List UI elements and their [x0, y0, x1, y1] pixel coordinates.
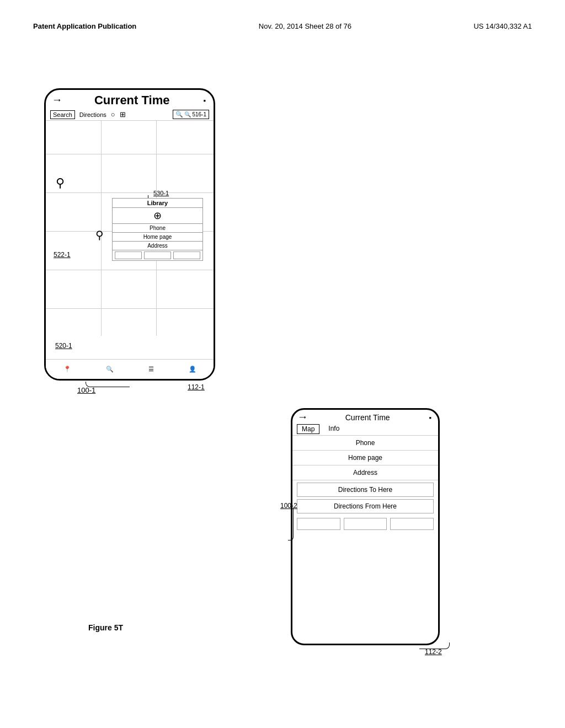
date-sheet-label: Nov. 20, 2014 Sheet 28 of 76 — [259, 22, 351, 30]
battery-icon-1: ▪ — [203, 97, 206, 105]
d2-cell-2 — [344, 518, 387, 530]
d2-cell-1 — [297, 518, 340, 530]
device1-title: Current Time — [61, 93, 203, 108]
search-button[interactable]: Search — [50, 110, 75, 119]
tab-icon-2[interactable]: 🔍 — [106, 366, 114, 373]
status-bar-1: ⭢ Current Time ▪ — [46, 90, 214, 109]
map-pin-2[interactable]: ⚲ — [95, 228, 104, 242]
search-text: 🔍 516-1 — [184, 111, 206, 117]
status-bar-2: ⭢ Current Time ▪ — [292, 410, 438, 423]
tab-map[interactable]: Map — [297, 424, 319, 434]
d2-directions-to-row[interactable]: Directions To Here — [297, 483, 434, 497]
tab-info[interactable]: Info — [324, 424, 344, 434]
battery-icon-2: ▪ — [429, 414, 431, 422]
d2-cell-3 — [390, 518, 434, 530]
popup-card-1: Library ⊕ Phone Home page Address — [112, 198, 203, 261]
bracket-112-2 — [419, 643, 450, 649]
map-line — [46, 192, 214, 193]
popup-address[interactable]: Address — [113, 242, 202, 250]
map-pin-1[interactable]: ⚲ — [56, 176, 65, 190]
d2-bottom-cells — [292, 516, 438, 532]
tab-icon-4[interactable]: 👤 — [189, 366, 196, 373]
map-line — [46, 154, 214, 154]
label-520-1: 520-1 — [55, 342, 72, 350]
popup-address-cells — [113, 250, 202, 260]
d2-phone-row[interactable]: Phone — [292, 436, 438, 451]
map-line — [46, 308, 214, 309]
bracket-device1 — [86, 382, 130, 387]
addr-cell-3 — [173, 251, 200, 259]
device2-title: Current Time — [306, 413, 429, 422]
globe-icon: ⊕ — [153, 210, 162, 222]
search-magnifier-icon: 🔍 — [175, 111, 183, 118]
popup-homepage[interactable]: Home page — [113, 233, 202, 242]
label-112-1: 112-1 — [188, 383, 205, 391]
patent-number-label: US 14/340,332 A1 — [473, 22, 532, 30]
figure-label: Figure 5T — [88, 623, 123, 632]
d2-homepage-row[interactable]: Home page — [292, 451, 438, 465]
addr-cell-2 — [144, 251, 171, 259]
map-line — [46, 270, 214, 270]
page-header: Patent Application Publication Nov. 20, … — [33, 22, 532, 30]
label-112-2: 112-2 — [425, 648, 442, 656]
tab-icon-1[interactable]: 📍 — [63, 366, 71, 373]
device1: ⭢ Current Time ▪ Search Directions ○ ⊞ 🔍… — [44, 88, 215, 381]
d2-directions-from-row[interactable]: Directions From Here — [297, 499, 434, 513]
layers-icon[interactable]: ⊞ — [120, 110, 126, 119]
popup-phone[interactable]: Phone — [113, 224, 202, 233]
device2: ⭢ Current Time ▪ Map Info Phone Home pag… — [291, 408, 440, 645]
popup-globe: ⊕ — [113, 208, 202, 224]
label-530-1: 530-1 — [153, 190, 169, 196]
publication-label: Patent Application Publication — [33, 22, 136, 30]
device2-tabs: Map Info — [292, 423, 438, 436]
map-area-1: ⚲ ⚲ 530-1 Library ⊕ Phone Home page Addr… — [46, 121, 214, 336]
toolbar-1: Search Directions ○ ⊞ 🔍 🔍 516-1 — [46, 109, 214, 121]
tab-bar-1: 📍 🔍 ☰ 👤 — [46, 359, 214, 379]
popup-title: Library — [113, 199, 202, 208]
search-input-1[interactable]: 🔍 🔍 516-1 — [173, 110, 209, 119]
recenter-icon[interactable]: ○ — [111, 110, 115, 119]
bracket-device2 — [288, 507, 294, 540]
wifi-icon-2: ⭢ — [299, 414, 306, 422]
addr-cell-1 — [115, 251, 142, 259]
wifi-icon-1: ⭢ — [54, 97, 61, 105]
d2-address-row[interactable]: Address — [292, 465, 438, 480]
label-522-1: 522-1 — [54, 251, 71, 259]
tab-icon-3[interactable]: ☰ — [148, 366, 154, 373]
device1-outer-label: 100-1 — [77, 386, 95, 394]
device2-content: Phone Home page Address Directions To He… — [292, 436, 438, 532]
directions-button[interactable]: Directions — [79, 111, 106, 118]
